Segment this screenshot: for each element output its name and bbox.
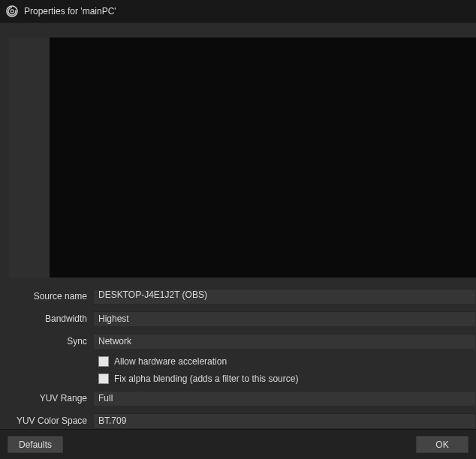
- preview-canvas[interactable]: [50, 38, 476, 278]
- row-yuv-range: YUV Range Full: [0, 387, 476, 410]
- preview-area: [0, 22, 476, 278]
- hw-accel-label[interactable]: Allow hardware acceleration: [114, 356, 227, 367]
- hw-accel-checkbox[interactable]: [98, 356, 109, 367]
- row-source-name: Source name DESKTOP-J4E1J2T (OBS): [0, 285, 476, 308]
- row-bandwidth: Bandwidth Highest: [0, 308, 476, 330]
- content-area: Source name DESKTOP-J4E1J2T (OBS) Bandwi…: [0, 22, 476, 429]
- form-area: Source name DESKTOP-J4E1J2T (OBS) Bandwi…: [0, 278, 476, 429]
- properties-window: Properties for 'mainPC' Source name DESK…: [0, 0, 476, 459]
- bandwidth-value: Highest: [98, 314, 129, 324]
- button-bar: Defaults OK: [0, 429, 476, 459]
- window-title: Properties for 'mainPC': [24, 6, 116, 16]
- label-source-name: Source name: [0, 291, 93, 302]
- bandwidth-dropdown[interactable]: Highest: [93, 311, 476, 327]
- source-name-input[interactable]: DESKTOP-J4E1J2T (OBS): [93, 289, 476, 304]
- fix-alpha-label[interactable]: Fix alpha blending (adds a filter to thi…: [114, 374, 298, 384]
- label-bandwidth: Bandwidth: [0, 314, 93, 324]
- label-yuv-cs: YUV Color Space: [0, 416, 93, 426]
- obs-icon: [6, 5, 18, 17]
- row-yuv-cs: YUV Color Space BT.709: [0, 410, 476, 429]
- defaults-button[interactable]: Defaults: [8, 436, 63, 453]
- yuv-cs-value: BT.709: [98, 416, 126, 426]
- yuv-cs-dropdown[interactable]: BT.709: [93, 413, 476, 429]
- yuv-range-dropdown[interactable]: Full: [93, 391, 476, 406]
- titlebar[interactable]: Properties for 'mainPC': [0, 0, 476, 22]
- row-fix-alpha: Fix alpha blending (adds a filter to thi…: [0, 370, 476, 387]
- fix-alpha-checkbox[interactable]: [98, 374, 109, 384]
- sync-dropdown[interactable]: Network: [93, 334, 476, 350]
- preview-gutter: [9, 38, 50, 278]
- sync-value: Network: [98, 336, 131, 346]
- row-hw-accel: Allow hardware acceleration: [0, 352, 476, 370]
- yuv-range-value: Full: [98, 393, 113, 404]
- label-sync: Sync: [0, 336, 93, 346]
- ok-button[interactable]: OK: [416, 436, 468, 453]
- row-sync: Sync Network: [0, 330, 476, 352]
- preview-wrap: [9, 38, 476, 278]
- label-yuv-range: YUV Range: [0, 393, 93, 404]
- svg-point-1: [11, 9, 14, 12]
